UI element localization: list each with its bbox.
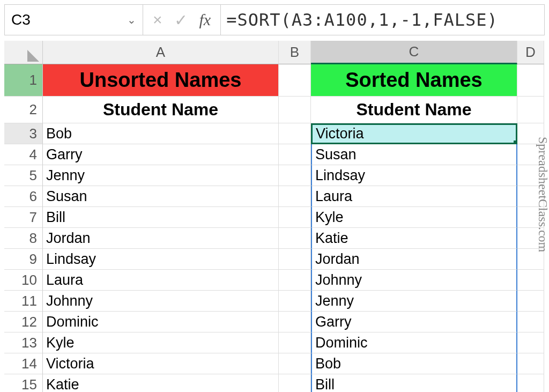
row-header-13[interactable]: 13 (4, 332, 43, 353)
row-header-4[interactable]: 4 (4, 144, 43, 165)
row-15: 15KatieBill (4, 374, 549, 392)
cell-C13[interactable]: Dominic (311, 332, 517, 353)
cell-B8[interactable] (279, 228, 311, 249)
cell-B14[interactable] (279, 353, 311, 374)
row-header-3[interactable]: 3 (4, 123, 43, 144)
cell-A8[interactable]: Jordan (43, 228, 279, 249)
row-11: 11JohnnyJenny (4, 291, 549, 312)
row-header-10[interactable]: 10 (4, 270, 43, 291)
col-header-D[interactable]: D (517, 41, 544, 64)
cell-A13[interactable]: Kyle (43, 332, 279, 353)
cell-B3[interactable] (279, 123, 311, 144)
watermark: SpreadsheetClass.com (536, 137, 549, 252)
row-header-6[interactable]: 6 (4, 186, 43, 207)
cell-D15[interactable] (517, 374, 544, 392)
row-5: 5JennyLindsay (4, 165, 549, 186)
cell-C12[interactable]: Garry (311, 312, 517, 332)
cell-B4[interactable] (279, 144, 311, 165)
spreadsheet-grid[interactable]: A B C D 1 Unsorted Names Sorted Names 2 … (4, 41, 549, 392)
cell-D12[interactable] (517, 312, 544, 332)
cell-D2[interactable] (517, 97, 544, 123)
row-7: 7BillKyle (4, 207, 549, 228)
cell-A1[interactable]: Unsorted Names (43, 64, 279, 97)
cell-A11[interactable]: Johnny (43, 291, 279, 312)
row-header-7[interactable]: 7 (4, 207, 43, 228)
column-header-row: A B C D (4, 41, 549, 64)
row-6: 6SusanLaura (4, 186, 549, 207)
cell-A2[interactable]: Student Name (43, 97, 279, 123)
cell-A4[interactable]: Garry (43, 144, 279, 165)
cell-C2[interactable]: Student Name (311, 97, 517, 123)
formula-text: =SORT(A3:A100,1,-1,FALSE) (226, 10, 498, 30)
cell-A3[interactable]: Bob (43, 123, 279, 144)
cell-B13[interactable] (279, 332, 311, 353)
cell-A12[interactable]: Dominic (43, 312, 279, 332)
cancel-icon[interactable]: × (153, 11, 162, 29)
col-header-A[interactable]: A (43, 41, 279, 64)
confirm-icon[interactable]: ✓ (174, 11, 188, 29)
cell-C14[interactable]: Bob (311, 353, 517, 374)
cell-B10[interactable] (279, 270, 311, 291)
cell-C4[interactable]: Susan (311, 144, 517, 165)
row-1: 1 Unsorted Names Sorted Names (4, 64, 549, 97)
cell-B6[interactable] (279, 186, 311, 207)
row-13: 13KyleDominic (4, 332, 549, 353)
cell-C6[interactable]: Laura (311, 186, 517, 207)
row-header-15[interactable]: 15 (4, 374, 43, 392)
select-all-triangle[interactable] (4, 41, 43, 64)
formula-input[interactable]: =SORT(A3:A100,1,-1,FALSE) (221, 5, 544, 35)
row-2: 2 Student Name Student Name (4, 97, 549, 123)
cell-C9[interactable]: Jordan (311, 249, 517, 270)
row-header-9[interactable]: 9 (4, 249, 43, 270)
cell-D1[interactable] (517, 64, 544, 97)
cell-C3[interactable]: Victoria (311, 123, 517, 144)
fx-icon[interactable]: fx (199, 11, 211, 29)
cell-A15[interactable]: Katie (43, 374, 279, 392)
row-3: 3BobVictoria (4, 123, 549, 144)
chevron-down-icon[interactable]: ⌄ (127, 13, 136, 26)
cell-A7[interactable]: Bill (43, 207, 279, 228)
cell-A10[interactable]: Laura (43, 270, 279, 291)
row-header-11[interactable]: 11 (4, 291, 43, 312)
row-header-8[interactable]: 8 (4, 228, 43, 249)
name-box[interactable]: C3 ⌄ (5, 5, 143, 35)
row-4: 4GarrySusan (4, 144, 549, 165)
row-8: 8JordanKatie (4, 228, 549, 249)
row-header-12[interactable]: 12 (4, 312, 43, 332)
formula-bar: C3 ⌄ × ✓ fx =SORT(A3:A100,1,-1,FALSE) (4, 4, 545, 35)
cell-C15[interactable]: Bill (311, 374, 517, 392)
cell-B11[interactable] (279, 291, 311, 312)
row-9: 9LindsayJordan (4, 249, 549, 270)
cell-A6[interactable]: Susan (43, 186, 279, 207)
row-header-14[interactable]: 14 (4, 353, 43, 374)
row-header-5[interactable]: 5 (4, 165, 43, 186)
cell-D11[interactable] (517, 291, 544, 312)
cell-B12[interactable] (279, 312, 311, 332)
row-header-1[interactable]: 1 (4, 64, 43, 97)
cell-B7[interactable] (279, 207, 311, 228)
cell-C1[interactable]: Sorted Names (311, 64, 517, 97)
cell-C11[interactable]: Jenny (311, 291, 517, 312)
formula-controls: × ✓ fx (143, 5, 221, 35)
cell-C5[interactable]: Lindsay (311, 165, 517, 186)
cell-A5[interactable]: Jenny (43, 165, 279, 186)
cell-A14[interactable]: Victoria (43, 353, 279, 374)
cell-B9[interactable] (279, 249, 311, 270)
cell-A9[interactable]: Lindsay (43, 249, 279, 270)
cell-B5[interactable] (279, 165, 311, 186)
cell-C7[interactable]: Kyle (311, 207, 517, 228)
cell-C8[interactable]: Katie (311, 228, 517, 249)
row-12: 12DominicGarry (4, 312, 549, 332)
cell-C10[interactable]: Johnny (311, 270, 517, 291)
col-header-B[interactable]: B (279, 41, 311, 64)
cell-D10[interactable] (517, 270, 544, 291)
row-header-2[interactable]: 2 (4, 97, 43, 123)
cell-B15[interactable] (279, 374, 311, 392)
name-box-value: C3 (11, 11, 31, 28)
cell-D14[interactable] (517, 353, 544, 374)
col-header-C[interactable]: C (311, 41, 517, 64)
cell-B2[interactable] (279, 97, 311, 123)
row-10: 10LauraJohnny (4, 270, 549, 291)
cell-B1[interactable] (279, 64, 311, 97)
cell-D13[interactable] (517, 332, 544, 353)
